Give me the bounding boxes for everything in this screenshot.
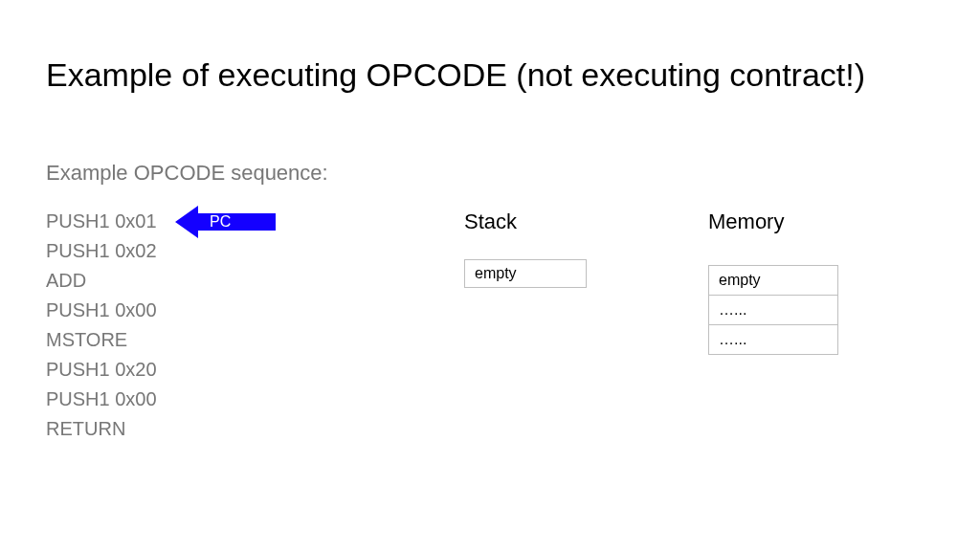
opcode-line: PUSH1 0x00 [46,296,157,325]
memory-cell: empty [709,266,837,296]
opcode-line: ADD [46,266,157,296]
opcode-line: PUSH1 0x01 [46,207,157,236]
memory-cell: …... [709,296,837,325]
program-counter-arrow: PC [175,206,276,238]
memory-cell: …... [709,325,837,354]
opcode-line: RETURN [46,414,157,444]
opcode-line: MSTORE [46,325,157,355]
memory-heading: Memory [708,209,784,234]
stack-heading: Stack [464,209,517,234]
opcode-line: PUSH1 0x20 [46,355,157,385]
pc-label: PC [210,213,231,230]
stack-cell: empty [465,260,586,287]
opcode-line: PUSH1 0x02 [46,236,157,266]
stack-box: empty [464,259,587,288]
slide-title: Example of executing OPCODE (not executi… [46,54,865,96]
memory-box: empty …... …... [708,265,838,355]
opcode-sequence-subtitle: Example OPCODE sequence: [46,161,328,186]
opcode-list: PUSH1 0x01 PUSH1 0x02 ADD PUSH1 0x00 MST… [46,207,157,444]
opcode-line: PUSH1 0x00 [46,385,157,414]
